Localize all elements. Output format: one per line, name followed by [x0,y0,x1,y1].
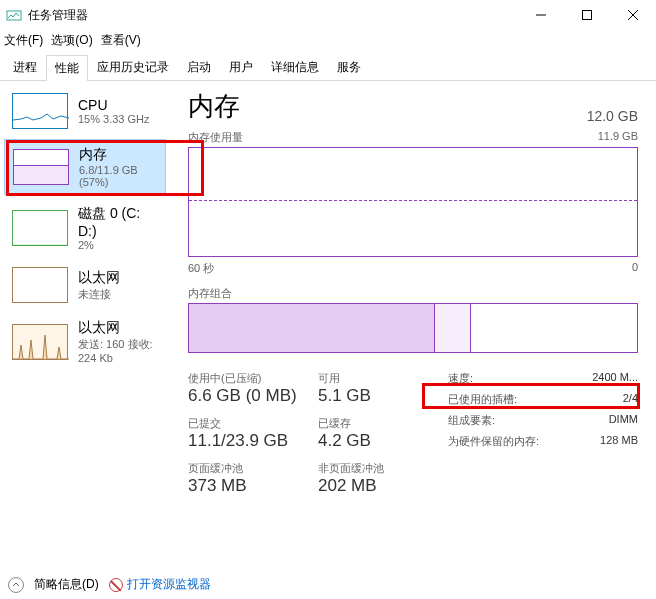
reserved-label: 为硬件保留的内存: [448,434,539,449]
paged-value: 373 MB [188,476,318,496]
resmon-label: 打开资源监视器 [127,576,211,593]
menu-options[interactable]: 选项(O) [51,32,92,49]
tab-app-history[interactable]: 应用历史记录 [88,54,178,80]
committed-label: 已提交 [188,416,318,431]
cached-value: 4.2 GB [318,431,408,451]
menu-file[interactable]: 文件(F) [4,32,43,49]
window-title: 任务管理器 [28,7,88,24]
svg-rect-2 [583,11,592,20]
disk-title: 磁盘 0 (C: D:) [78,205,158,239]
usage-label: 内存使用量 [188,130,243,145]
sidebar-item-disk[interactable]: 磁盘 0 (C: D:) 2% [4,199,166,257]
ethernet2-sub: 发送: 160 接收: 224 Kb [78,337,158,364]
available-label: 可用 [318,371,408,386]
detail-title: 内存 [188,89,240,124]
cpu-title: CPU [78,97,150,113]
tab-performance[interactable]: 性能 [46,55,88,81]
tab-startup[interactable]: 启动 [178,54,220,80]
tab-processes[interactable]: 进程 [4,54,46,80]
tab-bar: 进程 性能 应用历史记录 启动 用户 详细信息 服务 [0,50,656,81]
menu-bar: 文件(F) 选项(O) 查看(V) [0,30,656,50]
sidebar-item-ethernet-2[interactable]: 以太网 发送: 160 接收: 224 Kb [4,313,166,370]
memory-composition-graph [188,303,638,353]
nonpaged-value: 202 MB [318,476,408,496]
memory-stats: 使用中(已压缩) 6.6 GB (0 MB) 可用 5.1 GB 已提交 11.… [188,371,638,496]
resmon-icon [109,578,123,592]
tab-details[interactable]: 详细信息 [262,54,328,80]
cpu-sub: 15% 3.33 GHz [78,113,150,125]
sidebar-item-cpu[interactable]: CPU 15% 3.33 GHz [4,87,166,135]
paged-label: 页面缓冲池 [188,461,318,476]
brief-info-link[interactable]: 简略信息(D) [34,576,99,593]
perf-sidebar: CPU 15% 3.33 GHz 内存 6.8/11.9 GB (57%) 磁盘… [0,81,170,573]
disk-sub: 2% [78,239,158,251]
composition-label: 内存组合 [188,286,638,301]
ethernet2-title: 以太网 [78,319,158,337]
cached-label: 已缓存 [318,416,408,431]
ethernet1-thumbnail [12,267,68,303]
tab-users[interactable]: 用户 [220,54,262,80]
in-use-value: 6.6 GB (0 MB) [188,386,318,406]
cpu-thumbnail [12,93,68,129]
memory-usage-graph [188,147,638,257]
close-button[interactable] [610,0,656,30]
nonpaged-label: 非页面缓冲池 [318,461,408,476]
app-icon [6,7,22,23]
memory-thumbnail [13,149,69,185]
maximize-button[interactable] [564,0,610,30]
resource-monitor-link[interactable]: 打开资源监视器 [109,576,211,593]
tab-services[interactable]: 服务 [328,54,370,80]
chevron-icon[interactable] [8,577,24,593]
committed-value: 11.1/23.9 GB [188,431,318,451]
ethernet1-title: 以太网 [78,269,120,287]
memory-sub: 6.8/11.9 GB (57%) [79,164,157,188]
form-value: DIMM [609,413,638,428]
window-controls [518,0,656,30]
xaxis-right: 0 [632,261,638,276]
sidebar-item-memory[interactable]: 内存 6.8/11.9 GB (57%) [4,139,166,195]
title-bar: 任务管理器 [0,0,656,30]
memory-total: 12.0 GB [587,108,638,124]
xaxis-left: 60 秒 [188,261,214,276]
speed-value: 2400 M... [592,371,638,386]
memory-info-right: 速度:2400 M... 已使用的插槽:2/4 组成要素:DIMM 为硬件保留的… [448,371,638,496]
ethernet1-sub: 未连接 [78,287,120,302]
footer: 简略信息(D) 打开资源监视器 [8,576,211,593]
usage-max: 11.9 GB [598,130,638,145]
disk-thumbnail [12,210,68,246]
slots-label: 已使用的插槽: [448,392,517,407]
detail-pane: 内存 12.0 GB 内存使用量 11.9 GB 60 秒 0 内存组合 使用中… [170,81,656,573]
available-value: 5.1 GB [318,386,408,406]
menu-view[interactable]: 查看(V) [101,32,141,49]
minimize-button[interactable] [518,0,564,30]
memory-title: 内存 [79,146,157,164]
in-use-label: 使用中(已压缩) [188,371,318,386]
sidebar-item-ethernet-1[interactable]: 以太网 未连接 [4,261,166,309]
reserved-value: 128 MB [600,434,638,449]
form-label: 组成要素: [448,413,495,428]
slots-value: 2/4 [623,392,638,407]
ethernet2-thumbnail [12,324,68,360]
speed-label: 速度: [448,371,473,386]
main-content: CPU 15% 3.33 GHz 内存 6.8/11.9 GB (57%) 磁盘… [0,81,656,573]
